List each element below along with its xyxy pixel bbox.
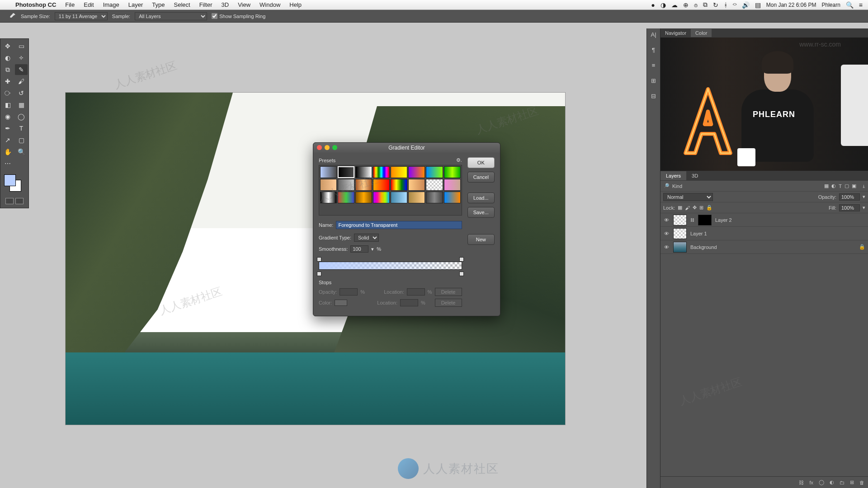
hand-tool-icon[interactable]: ✋ (1, 146, 14, 157)
panel-icon[interactable]: ⊞ (649, 77, 658, 86)
preset-swatch[interactable] (373, 192, 390, 203)
layer-thumb[interactable] (673, 215, 687, 225)
dropdown-icon[interactable]: ▾ (863, 194, 865, 200)
show-ring-checkbox[interactable] (212, 13, 217, 19)
foreground-color-swatch[interactable] (4, 174, 16, 186)
panel-icon[interactable]: ≡ (649, 62, 658, 71)
preset-swatch[interactable] (408, 166, 425, 178)
filter-adjust-icon[interactable]: ◐ (831, 183, 836, 189)
paragraph-panel-icon[interactable]: ¶ (649, 47, 658, 56)
blur-tool-icon[interactable]: ◉ (1, 111, 14, 122)
timemachine-icon[interactable]: ↻ (713, 1, 718, 9)
preset-swatch[interactable] (426, 166, 443, 178)
gradient-type-select[interactable]: Solid (354, 234, 379, 242)
cancel-button[interactable]: Cancel (467, 172, 495, 183)
color-stop[interactable] (459, 272, 464, 276)
edit-toolbar-icon[interactable]: ⋯ (1, 158, 14, 169)
filter-type-icon[interactable]: T (839, 183, 842, 189)
gradient-tool-icon[interactable]: ▦ (15, 99, 28, 110)
layer-item[interactable]: 👁 Background 🔒 (660, 240, 868, 254)
zoom-tool-icon[interactable]: 🔍 (15, 146, 28, 157)
filter-toggle-icon[interactable]: ⫰ (863, 183, 865, 189)
delete-stop-button[interactable]: Delete (435, 299, 462, 307)
magic-wand-tool-icon[interactable]: ✧ (15, 52, 28, 63)
sample-size-select[interactable]: 11 by 11 Average (55, 12, 108, 20)
tab-layers[interactable]: Layers (660, 171, 686, 180)
crop-tool-icon[interactable]: ⧉ (1, 64, 14, 75)
cc-icon[interactable]: ☁ (671, 1, 678, 9)
lasso-tool-icon[interactable]: ◐ (1, 52, 14, 63)
type-tool-icon[interactable]: T (15, 123, 28, 134)
stamp-tool-icon[interactable]: ⧂ (1, 88, 14, 99)
filter-pixel-icon[interactable]: ▦ (824, 183, 829, 189)
preset-swatch[interactable] (444, 166, 461, 178)
filter-shape-icon[interactable]: ▢ (844, 183, 849, 189)
tab-3d[interactable]: 3D (686, 171, 703, 180)
menu-view[interactable]: View (233, 1, 255, 8)
minimize-icon[interactable] (325, 145, 330, 150)
preset-swatch[interactable] (408, 179, 425, 191)
preset-swatch[interactable] (426, 179, 443, 191)
lock-position-icon[interactable]: ✥ (693, 205, 697, 211)
tab-navigator[interactable]: Navigator (660, 29, 691, 37)
opacity-input[interactable] (839, 193, 860, 201)
brush-tool-icon[interactable]: 🖌 (15, 76, 28, 87)
preset-swatch[interactable] (444, 179, 461, 191)
status-icon[interactable]: ⧉ (703, 1, 708, 9)
bluetooth-icon[interactable]: ᚼ (724, 1, 727, 9)
menu-image[interactable]: Image (99, 1, 124, 8)
eraser-tool-icon[interactable]: ◧ (1, 99, 14, 110)
move-tool-icon[interactable]: ✥ (1, 41, 14, 52)
history-brush-tool-icon[interactable]: ↺ (15, 88, 28, 99)
tab-color[interactable]: Color (691, 29, 712, 37)
menu-layer[interactable]: Layer (124, 1, 148, 8)
dialog-titlebar[interactable]: Gradient Editor (313, 143, 500, 153)
opacity-stop[interactable] (459, 257, 464, 262)
zoom-icon[interactable] (332, 145, 337, 150)
layer-thumb[interactable] (673, 228, 687, 239)
eyedropper-tool-icon[interactable] (8, 12, 16, 20)
menu-type[interactable]: Type (147, 1, 169, 8)
preset-swatch[interactable] (444, 192, 461, 203)
new-layer-icon[interactable]: ⊞ (850, 479, 854, 485)
spotlight-icon[interactable]: 🔍 (846, 1, 854, 9)
layer-name[interactable]: Layer 1 (690, 231, 707, 236)
stop-location-input[interactable] (407, 288, 425, 296)
color-stop[interactable] (317, 272, 321, 276)
marquee-tool-icon[interactable]: ▭ (15, 41, 28, 52)
volume-icon[interactable]: 🔊 (742, 1, 750, 9)
visibility-icon[interactable]: 👁 (663, 244, 670, 250)
visibility-icon[interactable]: 👁 (663, 217, 670, 223)
layer-item[interactable]: 👁 ⛓ Layer 2 (660, 213, 868, 227)
lock-artboard-icon[interactable]: ⊞ (699, 205, 703, 211)
close-icon[interactable] (317, 145, 322, 150)
preset-swatch[interactable] (408, 192, 425, 203)
character-panel-icon[interactable]: A| (649, 31, 658, 40)
menu-window[interactable]: Window (255, 1, 285, 8)
pen-tool-icon[interactable]: ✒ (1, 123, 14, 134)
opacity-stop[interactable] (317, 257, 321, 262)
menu-file[interactable]: File (61, 1, 79, 8)
shape-tool-icon[interactable]: ▢ (15, 135, 28, 145)
quick-mask-toggle[interactable] (1, 196, 28, 206)
menu-help[interactable]: Help (285, 1, 306, 8)
ok-button[interactable]: OK (467, 157, 495, 168)
layer-item[interactable]: 👁 Layer 1 (660, 227, 868, 240)
status-icon[interactable]: ⌾ (694, 1, 698, 9)
dodge-tool-icon[interactable]: ◯ (15, 111, 28, 122)
stop-color-swatch[interactable] (335, 300, 347, 306)
healing-tool-icon[interactable]: ✚ (1, 76, 14, 87)
dropdown-icon[interactable]: ▾ (863, 205, 865, 211)
gradient-bar[interactable] (319, 259, 462, 272)
show-sampling-ring[interactable]: Show Sampling Ring (212, 13, 265, 19)
fill-input[interactable] (839, 204, 860, 211)
blend-mode-select[interactable]: Normal (663, 193, 713, 201)
wifi-icon[interactable]: ⌔ (733, 1, 736, 9)
mask-thumb[interactable] (698, 215, 712, 225)
group-icon[interactable]: 🗀 (840, 480, 844, 485)
preset-swatch[interactable] (391, 166, 407, 178)
color-swatches[interactable] (1, 173, 28, 195)
preset-swatch[interactable] (320, 166, 337, 178)
trash-icon[interactable]: 🗑 (859, 480, 864, 485)
lock-all-icon[interactable]: 🔒 (706, 205, 712, 211)
